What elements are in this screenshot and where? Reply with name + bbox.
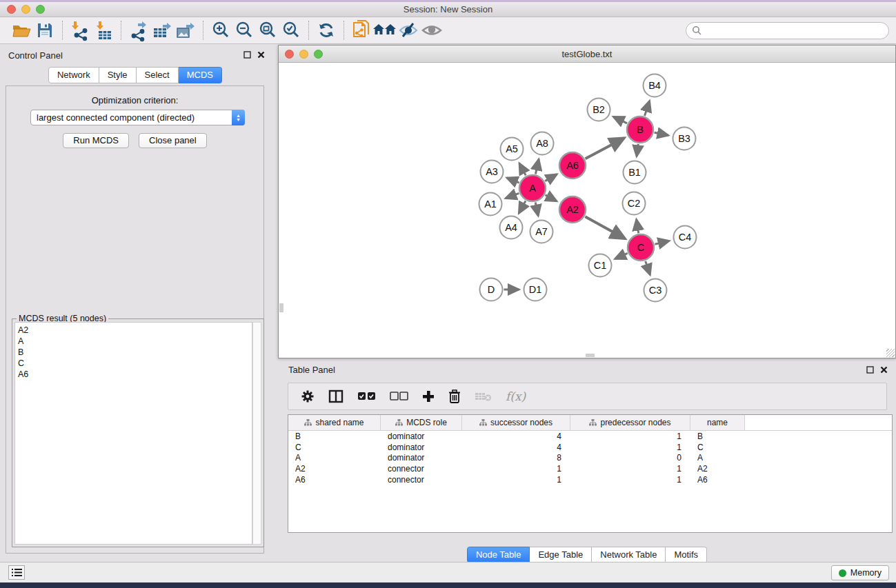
network-graph[interactable]: B4B2BB3A5A8A6B1A3AA1C2A2A4A7C4CC1C3DD1 [279,63,895,358]
export-network-icon[interactable] [127,20,150,41]
graph-node-A1[interactable]: A1 [479,193,502,216]
edge-A-A1[interactable] [506,193,519,198]
table-settings-gear-icon[interactable] [301,389,315,403]
edge-A-A2[interactable] [546,195,557,201]
cell-successor-nodes[interactable]: 4 [462,443,570,452]
cell-predecessor-nodes[interactable]: 1 [570,464,690,474]
cell-shared-name[interactable]: A2 [288,464,381,474]
network-canvas[interactable]: B4B2BB3A5A8A6B1A3AA1C2A2A4A7C4CC1C3DD1 [279,63,895,358]
column-header-predecessor-nodes[interactable]: predecessor nodes [570,415,690,430]
close-table-panel-icon[interactable] [880,366,888,374]
open-session-icon[interactable] [10,20,33,41]
cell-successor-nodes[interactable]: 8 [462,453,570,463]
graph-node-A8[interactable]: A8 [531,132,554,155]
show-column-icon[interactable] [328,389,344,403]
cell-shared-name[interactable]: A6 [288,475,381,485]
graph-node-D[interactable]: D [480,278,503,301]
graph-node-A4[interactable]: A4 [500,216,523,239]
cell-MCDS-role[interactable]: dominator [381,443,462,452]
cell-name[interactable]: C [690,443,745,452]
table-row[interactable]: Adominator80A [288,453,892,464]
close-panel-button[interactable]: Close panel [139,133,207,148]
table-row[interactable]: Bdominator41B [288,431,892,442]
cell-MCDS-role[interactable]: dominator [381,453,462,463]
column-header-name[interactable]: name [690,415,745,430]
cell-successor-nodes[interactable]: 1 [462,464,570,474]
graph-node-A2[interactable]: A2 [559,196,586,223]
column-header-shared-name[interactable]: shared name [288,415,381,430]
graph-node-C4[interactable]: C4 [674,226,697,249]
graph-node-A3[interactable]: A3 [481,161,504,183]
show-all-eye-icon[interactable] [420,20,444,41]
import-network-icon[interactable] [68,20,92,41]
float-panel-icon[interactable] [243,51,251,59]
cell-name[interactable]: B [690,432,745,441]
add-column-icon[interactable] [422,390,435,403]
result-list-scrollbar[interactable] [252,322,261,545]
edge-C-C3[interactable] [646,261,650,275]
cell-name[interactable]: A2 [690,464,745,474]
graph-node-A5[interactable]: A5 [501,138,524,161]
cell-MCDS-role[interactable]: dominator [381,432,462,441]
edge-A-A4[interactable] [519,201,526,213]
column-header-MCDS-role[interactable]: MCDS role [381,415,462,430]
edge-A-A5[interactable] [519,163,526,176]
zoom-selected-icon[interactable] [279,20,303,41]
control-tab-network[interactable]: Network [48,67,99,83]
edge-C-C2[interactable] [637,219,639,233]
graph-node-A7[interactable]: A7 [530,221,553,243]
save-session-icon[interactable] [33,20,57,41]
graph-node-B[interactable]: B [627,116,653,143]
cell-name[interactable]: A6 [690,475,745,485]
memory-button[interactable]: Memory [831,565,889,580]
cell-predecessor-nodes[interactable]: 1 [570,475,690,485]
edge-A6-B[interactable] [586,138,624,159]
column-header-successor-nodes[interactable]: successor nodes [462,415,570,430]
network-window-titlebar[interactable]: testGlobe.txt [279,45,895,63]
graph-node-B2[interactable]: B2 [588,99,610,121]
cell-successor-nodes[interactable]: 4 [462,432,570,441]
result-list-item[interactable]: C [18,358,252,369]
edge-C-C4[interactable] [655,241,669,244]
horizontal-scrollbar-thumb[interactable] [586,354,595,357]
run-mcds-button[interactable]: Run MCDS [63,133,129,148]
node-table[interactable]: shared nameMCDS rolesuccessor nodesprede… [288,414,893,533]
result-list-item[interactable]: A [18,336,252,347]
mcds-result-list[interactable]: A2ABCA6 [14,322,252,545]
cell-shared-name[interactable]: C [288,443,381,452]
edge-B-B2[interactable] [613,116,627,123]
cell-predecessor-nodes[interactable]: 1 [570,432,690,441]
delete-column-trash-icon[interactable] [448,389,461,403]
search-input[interactable] [702,26,888,36]
graph-node-D1[interactable]: D1 [524,278,547,301]
table-tab-node-table[interactable]: Node Table [467,547,530,563]
task-history-button[interactable] [8,565,25,580]
close-panel-icon[interactable] [257,51,265,59]
criterion-dropdown[interactable]: largest connected component (directed) ▲… [30,110,245,125]
float-table-panel-icon[interactable] [866,366,874,374]
table-tab-edge-table[interactable]: Edge Table [530,547,592,563]
refresh-layout-icon[interactable] [315,20,338,41]
cell-successor-nodes[interactable]: 1 [462,475,570,485]
cell-MCDS-role[interactable]: connector [381,464,462,474]
graph-node-C1[interactable]: C1 [589,254,612,277]
edge-B-B1[interactable] [637,144,638,156]
deselect-all-icon[interactable] [390,392,408,401]
hide-selected-eye-icon[interactable] [397,20,420,41]
table-row[interactable]: Cdominator41C [288,442,892,453]
graph-node-B3[interactable]: B3 [673,128,696,150]
edge-A-A6[interactable] [545,174,557,181]
vertical-scrollbar-thumb[interactable] [279,303,283,312]
graph-node-C[interactable]: C [628,234,654,261]
window-resize-grip[interactable] [886,349,895,357]
graph-node-C2[interactable]: C2 [623,192,646,215]
select-all-icon[interactable] [357,392,376,401]
graph-node-B4[interactable]: B4 [644,74,666,97]
graph-node-C3[interactable]: C3 [644,279,667,302]
zoom-in-icon[interactable] [209,20,232,41]
edge-A-A7[interactable] [535,203,538,216]
table-row[interactable]: A6connector11A6 [288,474,892,485]
new-network-from-selection-icon[interactable] [350,20,373,41]
cell-MCDS-role[interactable]: connector [381,475,462,485]
cell-shared-name[interactable]: B [288,432,381,441]
